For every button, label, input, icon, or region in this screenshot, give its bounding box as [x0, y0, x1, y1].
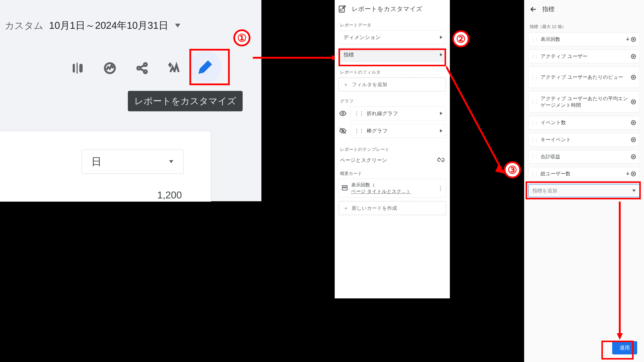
annotation-arrow-2 — [446, 66, 507, 176]
drag-handle-icon[interactable]: ⋮⋮ — [531, 120, 538, 125]
drag-handle-icon[interactable]: ⋮⋮ — [531, 100, 538, 104]
card-more-button[interactable]: ⋮ — [438, 185, 443, 192]
chevron-right-icon — [440, 129, 442, 132]
metrics-panel-header: 指標 — [524, 0, 644, 18]
chart-line-item[interactable]: ⋮⋮折れ線グラフ — [350, 106, 446, 120]
add-filter-button[interactable]: ＋ フィルタを追加 — [338, 77, 446, 91]
drag-handle-icon[interactable]: ⋮⋮ — [531, 172, 538, 176]
remove-metric-button[interactable] — [630, 154, 636, 160]
metric-label: 表示回数 — [540, 36, 623, 43]
drag-handle-icon[interactable]: ⋮⋮ — [531, 75, 538, 79]
annotation-highlight-1 — [190, 49, 230, 85]
sort-desc-icon — [625, 171, 630, 177]
sparkle-insights-icon[interactable] — [167, 61, 182, 76]
remove-metric-button[interactable] — [630, 136, 636, 143]
chevron-right-icon — [440, 35, 442, 39]
svg-point-4 — [137, 67, 140, 69]
chart-bar-label: 棒グラフ — [367, 127, 388, 134]
metric-label: イベント数 — [540, 119, 630, 126]
y-axis-tick-value: 1,200 — [157, 189, 182, 201]
metric-row[interactable]: ⋮⋮表示回数 — [528, 32, 640, 46]
plus-icon: ＋ — [344, 206, 348, 211]
compare-icon[interactable] — [70, 61, 85, 76]
metric-label: 合計収益 — [540, 153, 630, 160]
section-chart-label: グラフ — [335, 91, 450, 106]
metric-label: アクティブ ユーザーあたりの平均エンゲージメント時間 — [540, 95, 630, 108]
date-range-picker[interactable]: 10月1日～2024年10月31日 — [49, 19, 180, 32]
panel-title: レポートをカスタマイズ — [352, 5, 422, 13]
annotation-arrow-1 — [253, 55, 338, 61]
caret-down-icon — [169, 160, 173, 163]
section-template-label: レポートのテンプレート — [335, 141, 450, 155]
summary-card-item[interactable]: 表示回数（ページ タイトルとスク... ） ⋮ — [338, 179, 446, 198]
svg-line-16 — [446, 66, 501, 168]
annotation-badge-1: ① — [233, 29, 250, 46]
metrics-panel-title: 指標 — [542, 5, 554, 13]
granularity-select[interactable]: 日 — [82, 150, 184, 174]
section-filter-label: レポートのフィルタ — [335, 65, 450, 77]
visibility-on-icon[interactable] — [338, 109, 347, 118]
metric-label: アクティブ ユーザー — [540, 53, 630, 60]
unlink-template-button[interactable] — [437, 156, 444, 164]
svg-rect-14 — [342, 186, 348, 187]
insights-circle-icon[interactable] — [102, 61, 118, 76]
metric-row[interactable]: ⋮⋮総ユーザー数 — [528, 167, 640, 181]
report-header-area: カスタム 10月1日～2024年10月31日 レポートをカスタマイズ — [0, 0, 262, 201]
chart-line-row: ⋮⋮折れ線グラフ — [338, 106, 446, 120]
dimensions-label: ディメンション — [344, 34, 381, 41]
annotation-badge-2: ② — [452, 30, 469, 47]
back-button[interactable] — [530, 5, 537, 13]
chart-bar-row: ⋮⋮棒グラフ — [338, 124, 446, 138]
metric-row[interactable]: ⋮⋮アクティブ ユーザーあたりのビュー — [528, 67, 640, 88]
svg-point-5 — [144, 63, 147, 66]
create-new-card-button[interactable]: ＋ 新しいカードを作成 — [338, 201, 446, 215]
drag-handle-icon[interactable]: ⋮⋮ — [531, 137, 538, 142]
drag-handle-icon[interactable]: ⋮⋮ — [531, 154, 538, 159]
report-toolbar — [70, 61, 182, 76]
metrics-panel-subtitle: 指標（最大 12 個） — [524, 18, 644, 32]
dimensions-row[interactable]: ディメンション — [338, 30, 446, 44]
section-report-data-label: レポートデータ — [335, 18, 450, 30]
template-value: ページとスクリーン — [340, 157, 387, 164]
remove-metric-button[interactable] — [630, 36, 636, 43]
caret-down-icon — [175, 24, 180, 27]
section-cards-label: 概要カード — [335, 166, 450, 179]
remove-metric-button[interactable] — [630, 53, 636, 60]
metric-label: キーイベント — [540, 136, 630, 143]
annotation-highlight-apply — [602, 341, 634, 360]
chart-bar-item[interactable]: ⋮⋮棒グラフ — [350, 124, 446, 138]
metric-row[interactable]: ⋮⋮キーイベント — [528, 133, 640, 147]
annotation-highlight-2 — [338, 48, 446, 66]
metric-row[interactable]: ⋮⋮アクティブ ユーザー — [528, 50, 640, 63]
remove-metric-button[interactable] — [630, 74, 636, 80]
report-edit-icon — [338, 5, 346, 13]
metric-row[interactable]: ⋮⋮合計収益 — [528, 150, 640, 164]
share-icon[interactable] — [134, 61, 150, 76]
date-range-text: 10月1日～2024年10月31日 — [49, 19, 168, 32]
panel-header: レポートをカスタマイズ — [335, 0, 450, 18]
svg-rect-2 — [79, 64, 83, 73]
customize-report-panel: レポートをカスタマイズ レポートデータ ディメンション 指標 レポートのフィルタ… — [335, 0, 450, 298]
metric-label: アクティブ ユーザーあたりのビュー — [540, 74, 630, 80]
date-range-prefix: カスタム — [5, 19, 44, 32]
metric-row[interactable]: ⋮⋮アクティブ ユーザーあたりの平均エンゲージメント時間 — [528, 91, 640, 112]
drag-handle-icon[interactable]: ⋮⋮ — [531, 54, 538, 59]
svg-rect-1 — [76, 63, 78, 74]
drag-handle-icon[interactable]: ⋮⋮ — [354, 110, 364, 116]
add-filter-label: フィルタを追加 — [352, 81, 387, 88]
card-icon — [341, 184, 348, 192]
drag-handle-icon[interactable]: ⋮⋮ — [354, 128, 364, 134]
remove-metric-button[interactable] — [630, 119, 636, 126]
chart-line-label: 折れ線グラフ — [367, 110, 398, 117]
svg-point-6 — [144, 70, 147, 73]
remove-metric-button[interactable] — [630, 99, 636, 105]
drag-handle-icon[interactable]: ⋮⋮ — [531, 37, 538, 42]
annotation-highlight-3 — [526, 181, 641, 199]
svg-point-10 — [342, 112, 344, 114]
svg-rect-15 — [342, 188, 348, 190]
remove-metric-button[interactable] — [630, 171, 636, 177]
metric-row[interactable]: ⋮⋮イベント数 — [528, 116, 640, 129]
customize-tooltip: レポートをカスタマイズ — [128, 91, 243, 111]
visibility-off-icon[interactable] — [338, 126, 347, 135]
summary-card-text: 表示回数（ページ タイトルとスク... ） — [351, 182, 434, 195]
